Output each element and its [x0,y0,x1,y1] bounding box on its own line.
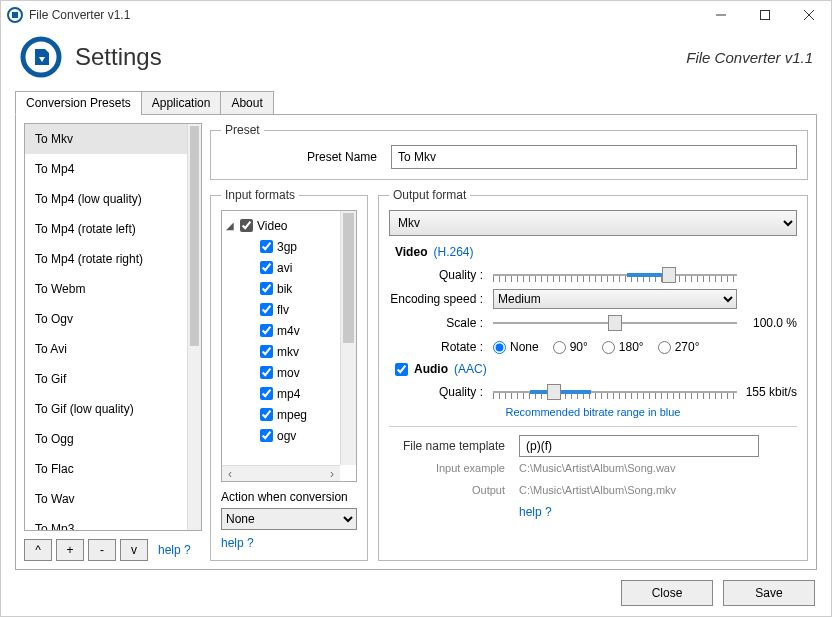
preset-item[interactable]: To Mkv [25,124,187,154]
page-title: Settings [75,43,686,71]
tabs: Conversion Presets Application About [1,91,831,115]
input-example-label: Input example [389,462,519,474]
presets-list: To MkvTo Mp4To Mp4 (low quality)To Mp4 (… [24,123,202,531]
minimize-button[interactable] [699,1,743,29]
output-example-label: Output [389,484,519,496]
format-checkbox[interactable] [260,240,273,253]
preset-name-input[interactable] [391,145,797,169]
format-item[interactable]: mkv [226,341,338,362]
scale-slider[interactable] [493,313,737,333]
format-checkbox[interactable] [260,366,273,379]
preset-item[interactable]: To Webm [25,274,187,304]
presets-column: To MkvTo Mp4To Mp4 (low quality)To Mp4 (… [24,123,202,561]
encoding-speed-select[interactable]: Medium [493,289,737,309]
preset-item[interactable]: To Mp4 (low quality) [25,184,187,214]
preset-item[interactable]: To Gif [25,364,187,394]
tab-application[interactable]: Application [141,91,222,115]
file-template-input[interactable] [519,435,759,457]
audio-quality-value: 155 kbit/s [737,385,797,399]
format-checkbox[interactable] [260,408,273,421]
video-quality-slider[interactable] [493,265,737,285]
preset-item[interactable]: To Flac [25,454,187,484]
scale-value: 100.0 % [737,316,797,330]
encoding-speed-label: Encoding speed : [389,292,493,306]
file-template-label: File name template [389,439,519,453]
format-tree: ◢ Video 3gpavibikflvm4vmkvmovmp4mpegogv … [221,210,357,482]
preset-item[interactable]: To Ogg [25,424,187,454]
preset-item[interactable]: To Mp4 [25,154,187,184]
rotate-option[interactable]: 270° [658,340,700,354]
output-format-select[interactable]: Mkv [389,210,797,236]
format-checkbox[interactable] [260,282,273,295]
format-checkbox[interactable] [260,387,273,400]
collapse-icon[interactable]: ◢ [226,220,238,231]
format-checkbox[interactable] [260,303,273,316]
preset-legend: Preset [221,123,264,137]
presets-scrollbar[interactable] [187,124,201,530]
tree-scrollbar[interactable] [340,211,356,465]
format-checkbox[interactable] [260,261,273,274]
tree-group-video[interactable]: ◢ Video [226,215,338,236]
input-formats-help-link[interactable]: help ? [221,536,357,550]
app-icon [7,7,23,23]
format-item[interactable]: bik [226,278,338,299]
preset-add-button[interactable]: + [56,539,84,561]
format-checkbox[interactable] [260,345,273,358]
audio-enable-checkbox[interactable] [395,363,408,376]
preset-item[interactable]: To Mp4 (rotate left) [25,214,187,244]
format-item[interactable]: m4v [226,320,338,341]
format-item[interactable]: mp4 [226,383,338,404]
audio-section-head: Audio (AAC) [395,362,797,376]
preset-item[interactable]: To Ogv [25,304,187,334]
audio-quality-slider[interactable] [493,382,737,402]
window-title: File Converter v1.1 [29,8,699,22]
preset-move-down-button[interactable]: v [120,539,148,561]
close-button[interactable]: Close [621,580,713,606]
action-label: Action when conversion [221,490,357,504]
file-template-help-link[interactable]: help ? [519,505,552,519]
preset-item[interactable]: To Mp4 (rotate right) [25,244,187,274]
tab-conversion-presets[interactable]: Conversion Presets [15,91,142,115]
tab-about[interactable]: About [220,91,273,115]
preset-detail: Preset Preset Name Input formats ◢ Video [210,123,808,561]
format-item[interactable]: avi [226,257,338,278]
svg-rect-2 [761,11,770,20]
preset-item[interactable]: To Avi [25,334,187,364]
preset-name-label: Preset Name [221,150,391,164]
preset-delete-button[interactable]: - [88,539,116,561]
bitrate-note: Recommended bitrate range in blue [389,406,797,418]
format-checkbox[interactable] [260,429,273,442]
rotate-option[interactable]: 180° [602,340,644,354]
format-item[interactable]: mov [226,362,338,383]
format-item[interactable]: flv [226,299,338,320]
action-select[interactable]: None [221,508,357,530]
footer: Close Save [1,570,831,616]
format-item[interactable]: 3gp [226,236,338,257]
presets-help-link[interactable]: help ? [158,543,191,557]
header: Settings File Converter v1.1 [1,29,831,89]
preset-item[interactable]: To Wav [25,484,187,514]
rotate-label: Rotate : [389,340,493,354]
preset-item[interactable]: To Mp3 [25,514,187,531]
input-formats-fieldset: Input formats ◢ Video 3gpavibikflvm4vmkv… [210,188,368,561]
output-format-fieldset: Output format Mkv Video (H.264) Quality … [378,188,808,561]
app-logo-icon [19,35,63,79]
video-group-checkbox[interactable] [240,219,253,232]
preset-move-up-button[interactable]: ^ [24,539,52,561]
preset-item[interactable]: To Gif (low quality) [25,394,187,424]
format-item[interactable]: mpeg [226,404,338,425]
video-quality-label: Quality : [389,268,493,282]
rotate-option[interactable]: None [493,340,539,354]
format-item[interactable]: ogv [226,425,338,446]
rotate-option[interactable]: 90° [553,340,588,354]
product-name: File Converter v1.1 [686,49,813,66]
maximize-button[interactable] [743,1,787,29]
tree-hscrollbar[interactable]: ‹› [222,465,340,481]
save-button[interactable]: Save [723,580,815,606]
scale-label: Scale : [389,316,493,330]
close-window-button[interactable] [787,1,831,29]
presets-buttons: ^ + - v help ? [24,531,202,561]
format-checkbox[interactable] [260,324,273,337]
preset-fieldset: Preset Preset Name [210,123,808,180]
audio-quality-label: Quality : [389,385,493,399]
